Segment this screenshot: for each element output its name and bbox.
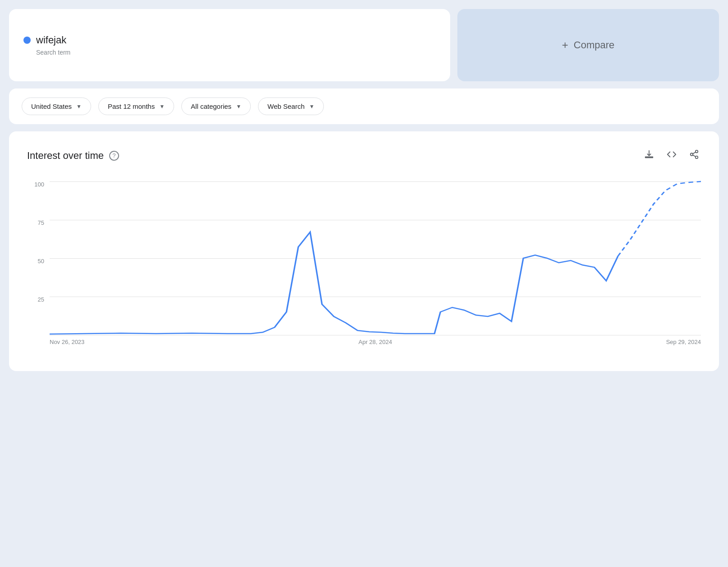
x-label-apr: Apr 28, 2024: [359, 339, 392, 345]
chart-title: Interest over time: [27, 150, 104, 162]
chart-title-row: Interest over time ?: [27, 150, 119, 162]
compare-label: Compare: [574, 39, 614, 51]
time-filter-button[interactable]: Past 12 months ▼: [98, 98, 174, 115]
time-chevron-icon: ▼: [159, 103, 165, 110]
y-label-50: 50: [38, 258, 44, 264]
filters-card: United States ▼ Past 12 months ▼ All cat…: [9, 88, 719, 124]
chart-inner: [50, 181, 701, 335]
compare-plus-icon: +: [562, 39, 568, 51]
term-color-dot: [23, 37, 31, 44]
compare-inner: + Compare: [562, 39, 615, 51]
search-term-row: wifejak: [23, 34, 436, 46]
time-filter-label: Past 12 months: [108, 102, 155, 110]
svg-line-4: [693, 152, 696, 154]
share-icon[interactable]: [687, 148, 701, 163]
y-label-100: 100: [34, 181, 44, 187]
compare-card[interactable]: + Compare: [457, 9, 719, 81]
chart-line-solid: [50, 232, 618, 334]
category-filter-button[interactable]: All categories ▼: [181, 98, 251, 115]
category-filter-label: All categories: [191, 102, 231, 110]
help-icon[interactable]: ?: [109, 151, 119, 161]
embed-icon[interactable]: [665, 148, 678, 163]
line-chart-svg: [50, 181, 701, 335]
y-label-25: 25: [38, 297, 44, 302]
region-filter-button[interactable]: United States ▼: [22, 98, 91, 115]
x-axis: Nov 26, 2023 Apr 28, 2024 Sep 29, 2024: [50, 335, 701, 353]
region-filter-label: United States: [31, 102, 72, 110]
search-term-label: Search term: [36, 49, 436, 56]
download-icon[interactable]: [642, 148, 656, 163]
search-type-filter-button[interactable]: Web Search ▼: [258, 98, 324, 115]
region-chevron-icon: ▼: [76, 103, 82, 110]
search-type-filter-label: Web Search: [267, 102, 304, 110]
category-chevron-icon: ▼: [236, 103, 241, 110]
x-label-nov: Nov 26, 2023: [50, 339, 84, 345]
chart-card: Interest over time ?: [9, 131, 719, 371]
y-label-75: 75: [38, 220, 44, 226]
search-type-chevron-icon: ▼: [309, 103, 314, 110]
chart-line-dashed: [618, 181, 701, 256]
chart-area: 100 75 50 25: [27, 181, 701, 353]
chart-actions: [642, 148, 701, 163]
search-term-card: wifejak Search term: [9, 9, 450, 81]
chart-header: Interest over time ?: [27, 148, 701, 163]
x-label-sep: Sep 29, 2024: [666, 339, 701, 345]
svg-line-3: [693, 155, 696, 157]
top-section: wifejak Search term + Compare: [9, 9, 719, 81]
y-axis: 100 75 50 25: [27, 181, 50, 335]
search-term-value: wifejak: [36, 34, 66, 46]
